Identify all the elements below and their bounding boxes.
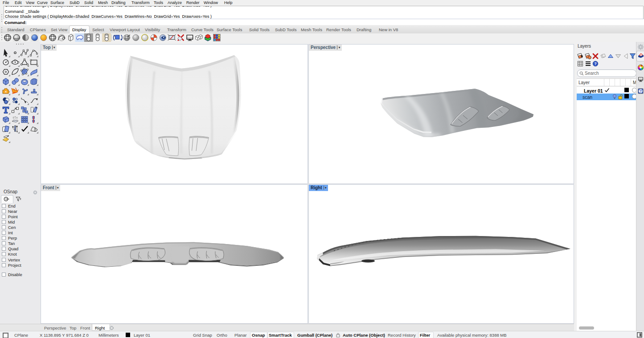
svg-text:?: ? — [640, 89, 642, 94]
svg-text:?: ? — [594, 61, 597, 66]
